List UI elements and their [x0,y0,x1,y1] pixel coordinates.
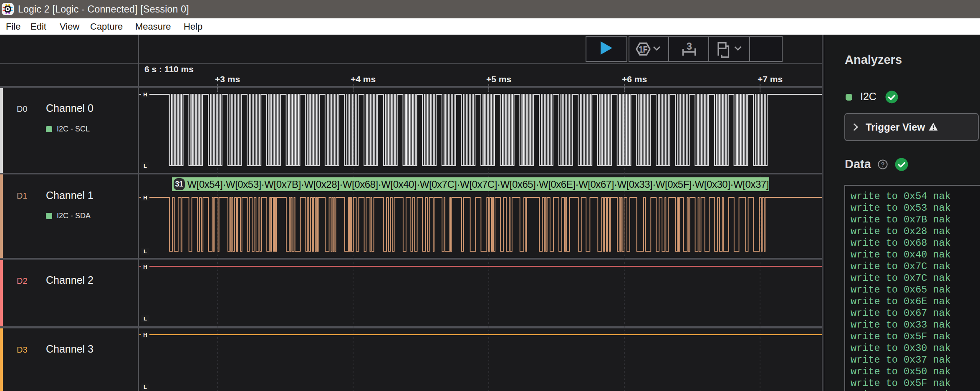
svg-text:?: ? [881,161,884,168]
svg-text:1F: 1F [639,44,647,54]
svg-text:3: 3 [687,40,692,52]
